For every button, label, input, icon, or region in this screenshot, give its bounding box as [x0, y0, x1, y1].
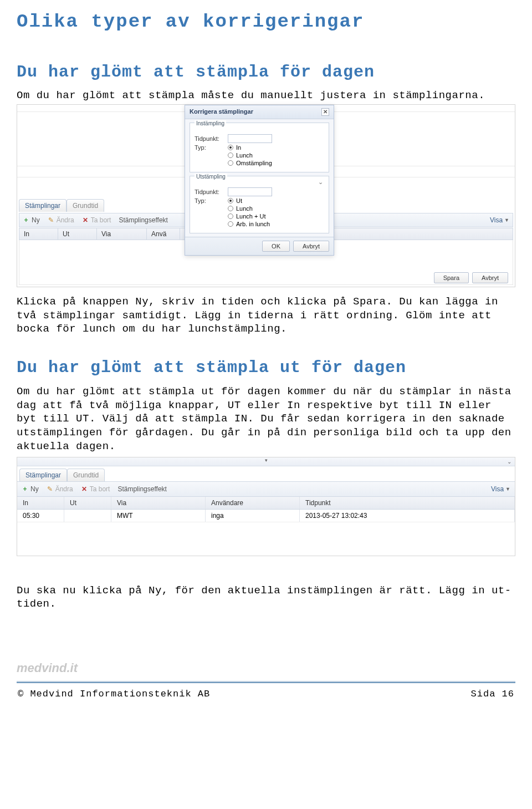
- visa-menu[interactable]: Visa ▼: [490, 216, 509, 224]
- visa-label-2: Visa: [491, 485, 504, 493]
- plus-icon: +: [23, 217, 29, 223]
- plus-icon: +: [22, 486, 28, 492]
- avbryt-button-outer[interactable]: Avbryt: [472, 272, 508, 283]
- section-1-title: Du har glömt att stämpla för dagen: [17, 63, 515, 82]
- col-via-2: Via: [111, 497, 206, 509]
- andra-button[interactable]: ✎ Ändra: [48, 216, 74, 224]
- radio-lunch-in[interactable]: [228, 152, 233, 158]
- radio-in[interactable]: [228, 145, 233, 150]
- radio-in-label: In: [236, 144, 241, 151]
- col-anv: Anvä: [147, 228, 180, 240]
- radio-lunch-plus-ut[interactable]: [228, 213, 233, 219]
- radio-lunch-ut[interactable]: [228, 206, 233, 211]
- chevron-down-icon: ▼: [504, 217, 509, 223]
- cell-via: MWT: [111, 510, 206, 522]
- typ-label: Typ:: [195, 144, 228, 151]
- empty-rows: [17, 522, 515, 556]
- cell-ut: [64, 510, 111, 522]
- ny-button[interactable]: + Ny: [23, 216, 40, 224]
- radio-ut-label: Ut: [236, 197, 242, 204]
- col-ut-2: Ut: [64, 497, 111, 509]
- page-title: Olika typer av korrigeringar: [17, 11, 515, 32]
- tabort-button[interactable]: ✕ Ta bort: [82, 216, 111, 224]
- radio-ut[interactable]: [228, 198, 233, 203]
- ny-button-2[interactable]: + Ny: [22, 485, 39, 493]
- col-anvandare: Användare: [206, 497, 300, 509]
- chevron-down-icon[interactable]: ▾: [265, 457, 268, 463]
- tab-grundtid-2[interactable]: Grundtid: [67, 469, 105, 481]
- brand-logo: medvind.it: [17, 661, 515, 675]
- radio-lunch-plus-ut-label: Lunch + Ut: [236, 213, 266, 220]
- col-tidpunkt: Tidpunkt: [300, 497, 515, 509]
- ny-label-2: Ny: [30, 485, 39, 493]
- korrigera-stamplingar-dialog: Korrigera stämplingar ✕ Instämpling Tidp…: [185, 105, 334, 256]
- andra-button-2[interactable]: ✎ Ändra: [47, 485, 73, 493]
- footer: © Medvind Informationsteknik AB Sida 16: [17, 683, 515, 716]
- chevron-down-icon: ▼: [505, 486, 510, 492]
- tab-grundtid[interactable]: Grundtid: [66, 199, 104, 212]
- section-2-body: Om du har glömt att stämpla ut för dagen…: [17, 385, 515, 453]
- radio-lunch-in-label: Lunch: [236, 152, 253, 159]
- delete-icon: ✕: [81, 486, 88, 492]
- chevron-double-icon[interactable]: ⌄: [507, 459, 511, 465]
- footer-right: Sida 16: [471, 689, 514, 699]
- col-ut: Ut: [58, 228, 97, 240]
- section-1-intro: Om du har glömt att stämpla måste du man…: [17, 89, 515, 101]
- screenshot-correct-stampings: Stämplingar Grundtid + Ny ✎ Ändra ✕ Ta b…: [17, 104, 515, 287]
- stamplingseffekt-button-2[interactable]: Stämplingseffekt: [117, 485, 167, 493]
- tab-stamplingar[interactable]: Stämplingar: [19, 199, 66, 212]
- section-2-title: Du har glömt att stämpla ut för dagen: [17, 358, 515, 377]
- andra-label-2: Ändra: [55, 485, 73, 493]
- radio-arb-in-lunch-label: Arb. in lunch: [236, 221, 270, 227]
- dialog-title: Korrigera stämplingar: [190, 108, 253, 116]
- pencil-icon: ✎: [47, 486, 53, 492]
- visa-menu-2[interactable]: Visa ▼: [491, 485, 510, 493]
- stamplingseffekt-button[interactable]: Stämplingseffekt: [119, 216, 168, 224]
- ok-button[interactable]: OK: [262, 241, 290, 252]
- col-via: Via: [97, 228, 147, 240]
- close-icon[interactable]: ✕: [321, 108, 329, 116]
- footer-left: © Medvind Informationsteknik AB: [18, 689, 210, 699]
- cell-in: 05:30: [17, 510, 64, 522]
- radio-arb-in-lunch[interactable]: [228, 221, 233, 227]
- col-in: In: [19, 228, 58, 240]
- ny-label: Ny: [32, 216, 40, 224]
- table-row[interactable]: 05:30 MWT inga 2013-05-27 13:02:43: [17, 510, 515, 522]
- visa-label: Visa: [490, 216, 503, 224]
- tabort-label-2: Ta bort: [90, 485, 110, 493]
- utstampling-legend: Utstämpling: [195, 174, 227, 180]
- cell-tidpunkt: 2013-05-27 13:02:43: [300, 510, 515, 522]
- effekt-label: Stämplingseffekt: [119, 216, 168, 224]
- tidpunkt-input-in[interactable]: [228, 134, 272, 143]
- section-1-after: Klicka på knappen Ny, skriv in tiden och…: [17, 295, 515, 336]
- instampling-legend: Instämpling: [195, 120, 226, 126]
- typ-label-ut: Typ:: [195, 197, 228, 204]
- andra-label: Ändra: [57, 216, 74, 224]
- tidpunkt-label-ut: Tidpunkt:: [195, 189, 228, 195]
- delete-icon: ✕: [82, 217, 89, 223]
- avbryt-button[interactable]: Avbryt: [293, 241, 329, 252]
- pencil-icon: ✎: [48, 217, 54, 223]
- cell-anvandare: inga: [206, 510, 300, 522]
- tabort-button-2[interactable]: ✕ Ta bort: [81, 485, 110, 493]
- col-in-2: In: [17, 497, 64, 509]
- screenshot-stampings-grid: ▾ ⌄ Stämplingar Grundtid + Ny ✎ Ändra ✕ …: [17, 457, 515, 556]
- tidpunkt-label: Tidpunkt:: [195, 135, 228, 142]
- closing-text: Du ska nu klicka på Ny, för den aktuella…: [17, 584, 515, 611]
- radio-omstampling[interactable]: [228, 160, 233, 166]
- chevron-down-icon[interactable]: ⌄: [318, 179, 323, 186]
- spara-button[interactable]: Spara: [434, 272, 469, 283]
- tab-stamplingar-2[interactable]: Stämplingar: [19, 469, 67, 481]
- radio-lunch-ut-label: Lunch: [236, 205, 253, 212]
- effekt-label-2: Stämplingseffekt: [117, 485, 167, 493]
- tabort-label: Ta bort: [91, 216, 111, 224]
- tidpunkt-input-ut[interactable]: [228, 187, 272, 196]
- radio-omstampling-label: Omstämpling: [236, 160, 272, 166]
